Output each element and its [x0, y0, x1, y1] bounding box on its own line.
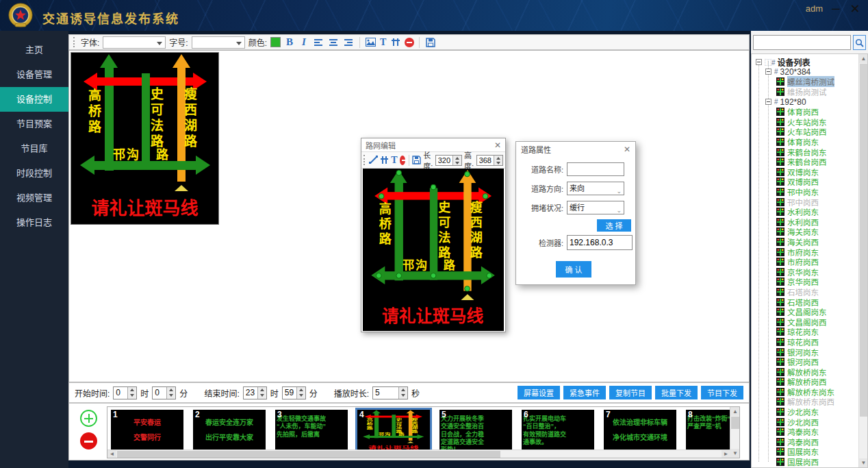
road-name-input[interactable] — [567, 162, 624, 176]
device-item-石塔岗西[interactable]: 石塔岗西 — [752, 297, 858, 307]
edit-handle[interactable] — [431, 184, 437, 190]
spin-down-icon[interactable] — [453, 160, 461, 165]
insert-text-button[interactable]: T — [380, 37, 386, 48]
add-program-button[interactable] — [80, 410, 97, 427]
sidebar-item-主页[interactable]: 主页 — [0, 38, 68, 62]
dialog-title-bar[interactable]: 道路属性 ✕ — [516, 142, 635, 157]
device-item-沙北岗西[interactable]: 沙北岗西 — [752, 417, 858, 427]
edit-handle[interactable] — [379, 193, 385, 199]
minimize-button[interactable]: ─ — [828, 1, 843, 16]
editor-title-bar[interactable]: 路网编辑 ✕ — [361, 138, 505, 152]
start-minute-spinner[interactable]: 0 — [152, 386, 176, 399]
device-item-双博岗西[interactable]: 双博岗西 — [752, 177, 858, 187]
dialog-close-icon[interactable]: ✕ — [624, 145, 630, 154]
device-item-体育岗西[interactable]: 体育岗西 — [752, 107, 858, 117]
scroll-up-icon[interactable]: ▲ — [859, 54, 868, 63]
congestion-select[interactable]: 缓行 ⌄ — [567, 201, 624, 214]
sidebar-item-节目库[interactable]: 节目库 — [0, 136, 68, 161]
length-spinner[interactable]: 320 — [435, 155, 462, 166]
road-direction-select[interactable]: 来向 ⌄ — [567, 182, 624, 195]
device-tree-root[interactable]: ⿰#设备列表 — [752, 57, 858, 67]
device-item-邗中岗东[interactable]: 邗中岗东 — [752, 187, 858, 197]
playlist-item-7[interactable]: 7依法治理非标车辆净化城市交通环境 — [604, 410, 676, 451]
sign-preview-panel[interactable]: 高桥路 史可法路 瘦西湖路 邗沟 路 请礼让斑马线 — [71, 52, 219, 225]
device-item-螺丝湾桥测试[interactable]: 螺丝湾桥测试 — [752, 77, 858, 87]
sidebar-item-节目预案[interactable]: 节目预案 — [0, 112, 68, 136]
spin-down-icon[interactable] — [167, 393, 175, 399]
start-hour-spinner[interactable]: 0 — [113, 386, 137, 399]
duration-spinner[interactable]: 5 — [372, 386, 408, 399]
collapse-icon[interactable] — [765, 69, 771, 75]
scrollbar-thumb[interactable] — [860, 64, 867, 417]
device-search-input[interactable] — [753, 35, 851, 50]
playlist-item-6[interactable]: 6扎实开展电动车“百日整治”，有效预防道路交通事故。 — [522, 410, 594, 451]
edit-handle[interactable] — [396, 170, 402, 176]
insert-image-button[interactable] — [365, 36, 376, 48]
spin-up-icon[interactable] — [258, 387, 266, 393]
font-select[interactable] — [103, 36, 166, 49]
spin-up-icon[interactable] — [297, 387, 305, 393]
spin-down-icon[interactable] — [297, 393, 305, 399]
bold-button[interactable]: B — [284, 36, 295, 48]
edit-handle[interactable] — [396, 273, 402, 279]
delete-element-button[interactable] — [400, 156, 405, 165]
device-item-来鹤台岗东[interactable]: 来鹤台岗东 — [752, 147, 858, 157]
device-item-文昌阁岗东[interactable]: 文昌阁岗东 — [752, 307, 858, 317]
draw-road-button[interactable] — [380, 154, 389, 166]
detector-input[interactable] — [567, 235, 633, 250]
save-network-button[interactable] — [412, 154, 421, 166]
device-item-火车站岗东[interactable]: 火车站岗东 — [752, 117, 858, 127]
add-text-button[interactable]: T — [391, 155, 397, 166]
scroll-left-icon[interactable]: ◄ — [107, 450, 116, 458]
device-item-文昌阁岗西[interactable]: 文昌阁岗西 — [752, 317, 858, 327]
save-button[interactable] — [424, 36, 436, 48]
action-button-紧急事件[interactable]: 紧急事件 — [563, 386, 606, 399]
spin-up-icon[interactable] — [167, 387, 175, 393]
device-item-海关岗西[interactable]: 海关岗西 — [752, 237, 858, 247]
sidebar-item-设备管理[interactable]: 设备管理 — [0, 62, 68, 87]
align-left-button[interactable] — [313, 36, 324, 48]
device-item-解放桥岗西[interactable]: 解放桥岗西 — [752, 377, 858, 387]
device-item-银河岗西[interactable]: 银河岗西 — [752, 357, 858, 367]
spin-down-icon[interactable] — [399, 393, 407, 399]
scroll-down-icon[interactable]: ▼ — [859, 458, 868, 467]
playlist-vertical-scrollbar[interactable]: ▲ ▼ — [730, 407, 739, 458]
sidebar-item-设备控制[interactable]: 设备控制 — [0, 87, 68, 112]
device-item-解放桥东岗西[interactable]: 解放桥东岗西 — [752, 397, 858, 407]
select-detector-button[interactable]: 选 择 — [597, 219, 631, 232]
device-item-石塔岗东[interactable]: 石塔岗东 — [752, 287, 858, 297]
playlist-horizontal-scrollbar[interactable]: ◄ ► — [107, 449, 730, 458]
height-spinner[interactable]: 368 — [476, 155, 503, 166]
remove-program-button[interactable] — [80, 432, 97, 449]
toolbar-grip[interactable] — [73, 37, 76, 47]
italic-button[interactable]: I — [298, 36, 309, 48]
playlist-item-4[interactable]: 4 高桥路 史可法路 瘦西湖路 邗沟 路 请礼让斑马线 — [357, 410, 430, 451]
action-button-批量下发[interactable]: 批量下发 — [655, 386, 698, 399]
playlist-item-2[interactable]: 2春运安全连万家出行平安靠大家 — [193, 410, 266, 451]
device-item-沙北岗东[interactable]: 沙北岗东 — [752, 407, 858, 417]
sidebar-item-视频管理[interactable]: 视频管理 — [0, 186, 68, 210]
device-item-琼花岗东[interactable]: 琼花岗东 — [752, 327, 858, 337]
device-item-海关岗东[interactable]: 海关岗东 — [752, 227, 858, 237]
font-size-select[interactable] — [192, 36, 245, 49]
device-item-京华岗东[interactable]: 京华岗东 — [752, 267, 858, 277]
align-right-button[interactable] — [343, 36, 355, 48]
edit-handle[interactable] — [464, 171, 470, 177]
device-item-邗中岗西[interactable]: 邗中岗西 — [752, 197, 858, 207]
spin-down-icon[interactable] — [258, 393, 266, 399]
edit-handle[interactable] — [487, 273, 493, 279]
end-hour-spinner[interactable]: 23 — [243, 386, 267, 399]
device-item-火车站岗西[interactable]: 火车站岗西 — [752, 127, 858, 137]
delete-button[interactable] — [405, 38, 414, 47]
collapse-icon[interactable] — [756, 59, 762, 65]
scroll-up-icon[interactable]: ▲ — [730, 407, 740, 416]
device-item-京华岗西[interactable]: 京华岗西 — [752, 277, 858, 287]
spin-down-icon[interactable] — [128, 393, 136, 399]
device-item-鸿泰岗西[interactable]: 鸿泰岗西 — [752, 437, 858, 447]
align-center-button[interactable] — [328, 36, 340, 48]
device-item-解放桥东岗东[interactable]: 解放桥东岗东 — [752, 387, 858, 397]
color-swatch[interactable] — [270, 37, 281, 47]
action-button-复制节目[interactable]: 复制节目 — [609, 386, 652, 399]
playlist-item-5[interactable]: 5大力开展秋冬季交通安全整治百日会战，全力稳定道路交通安全形势！ — [439, 410, 512, 451]
spin-up-icon[interactable] — [453, 156, 461, 160]
